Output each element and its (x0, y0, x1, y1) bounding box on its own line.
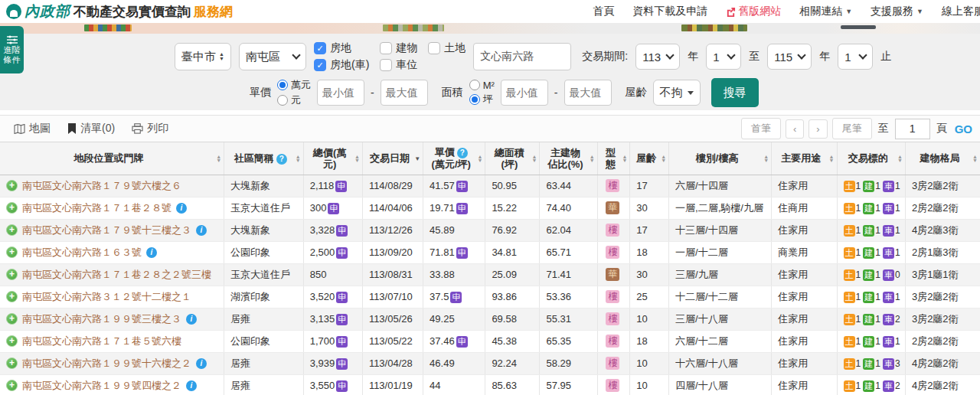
apply-badge[interactable]: 申 (335, 181, 347, 192)
radio-ping[interactable]: 坪 (469, 93, 495, 106)
year-from-select[interactable]: 113 (635, 44, 680, 70)
address-link[interactable]: 南屯區文心南六路１７９號六樓之６ (22, 179, 181, 193)
expand-row-icon[interactable]: + (6, 357, 18, 369)
apply-badge[interactable]: 申 (336, 292, 348, 303)
address-link[interactable]: 南屯區文心南六路１７１巷５號六樓 (22, 335, 181, 348)
column-header[interactable]: 單價? (萬元/坪) ▲▼ (423, 142, 485, 175)
info-icon[interactable]: i (146, 247, 157, 258)
column-header[interactable]: 主要用途? ▲▼ (772, 142, 837, 175)
expand-row-icon[interactable]: + (6, 180, 18, 191)
sort-icon[interactable]: ▲▼ (622, 155, 627, 162)
keyword-input[interactable] (473, 43, 571, 70)
nav-item-相關連結[interactable]: 相關連結 ▼ (799, 5, 852, 18)
expand-row-icon[interactable]: + (6, 380, 18, 391)
page-number-input[interactable] (895, 119, 930, 139)
radio-yuan[interactable]: 元 (277, 93, 311, 107)
expand-row-icon[interactable]: + (6, 224, 18, 236)
apply-badge[interactable]: 申 (456, 181, 468, 192)
sort-icon[interactable]: ▲▼ (829, 155, 835, 162)
expand-row-icon[interactable]: + (6, 313, 18, 325)
month-to-select[interactable]: 1 (838, 44, 873, 70)
radio-square-meter[interactable]: M² (469, 80, 495, 91)
apply-badge[interactable]: 申 (328, 203, 339, 214)
nav-item-首頁[interactable]: 首頁 ▼ (593, 5, 614, 18)
print-button[interactable]: 列印 (132, 122, 168, 135)
column-header[interactable]: 型態? ▲▼ (597, 142, 630, 175)
address-link[interactable]: 南屯區文心南六路１９９號三樓之３ (22, 312, 181, 326)
advanced-criteria-button[interactable]: 進階 條件 (0, 26, 24, 73)
sort-icon[interactable]: ▲▼ (590, 155, 595, 162)
column-header[interactable]: 樓別/樓高? ▲▼ (669, 142, 772, 175)
address-link[interactable]: 南屯區文心南六路１９９號十六樓之２ (22, 357, 191, 371)
expand-row-icon[interactable]: + (6, 202, 18, 214)
sort-icon[interactable]: ▲▼ (296, 155, 301, 162)
apply-badge[interactable]: 申 (456, 203, 468, 214)
next-page-button[interactable]: › (808, 119, 827, 139)
column-header[interactable]: 社區簡稱? ▲▼ (224, 142, 304, 175)
apply-badge[interactable]: 申 (336, 358, 348, 370)
sort-icon[interactable]: ▲▼ (972, 155, 978, 162)
search-button[interactable]: 搜尋 (711, 78, 759, 107)
sort-icon[interactable]: ▲▼ (532, 155, 537, 162)
house-age-select[interactable]: 不拘 (653, 80, 701, 106)
unit-price-min-input[interactable] (317, 80, 364, 106)
checkbox-option[interactable]: 建物 (380, 41, 417, 55)
expand-row-icon[interactable]: + (6, 291, 18, 302)
column-header[interactable]: 屋齡? ▲▼ (630, 142, 669, 175)
sort-icon[interactable]: ▲▼ (216, 155, 221, 162)
help-icon[interactable]: ? (457, 148, 468, 158)
apply-badge[interactable]: 申 (456, 336, 468, 348)
apply-badge[interactable]: 申 (336, 314, 348, 325)
last-page-button[interactable]: 尾筆 (832, 118, 872, 139)
info-icon[interactable]: i (196, 225, 207, 236)
nav-item-線上客服[interactable]: 線上客服 ▼ (942, 5, 980, 18)
expand-row-icon[interactable]: + (6, 335, 18, 347)
address-link[interactable]: 南屯區文心南六路１７１巷２８之２號三樓 (22, 268, 211, 282)
checkbox-option[interactable]: 車位 (380, 58, 417, 72)
sort-icon[interactable]: ▲▼ (354, 155, 360, 162)
address-link[interactable]: 南屯區文心南六路１６３號 (22, 246, 142, 260)
sort-icon[interactable]: ▲▼ (763, 155, 769, 162)
help-icon[interactable]: ? (276, 154, 287, 165)
apply-badge[interactable]: 申 (336, 225, 348, 237)
month-from-select[interactable]: 1 (706, 44, 741, 70)
column-header[interactable]: 總價(萬元)? ▲▼ (303, 142, 362, 175)
column-header[interactable]: 總面積? (坪) ▲▼ (485, 142, 540, 175)
city-select[interactable]: 臺中市 ▲▼ (175, 43, 231, 70)
area-max-input[interactable] (564, 80, 612, 106)
sort-icon[interactable]: ▼ (414, 156, 420, 160)
apply-badge[interactable]: 申 (336, 336, 348, 348)
sort-icon[interactable]: ▲▼ (897, 155, 903, 162)
checkbox-option[interactable]: ✓ 房地(車) (314, 58, 369, 72)
sort-icon[interactable]: ▲▼ (477, 155, 482, 162)
radio-wan-yuan[interactable]: 萬元 (277, 78, 311, 92)
column-header[interactable]: 地段位置或門牌? ▲▼ (0, 142, 224, 175)
address-link[interactable]: 南屯區文心南六路３１２號十二樓之１ (22, 290, 191, 304)
checkbox-option[interactable]: ✓ 房地 (314, 41, 369, 55)
sort-icon[interactable]: ▲▼ (661, 155, 666, 162)
list-view-button[interactable]: 清單(0) (67, 122, 115, 135)
prev-page-button[interactable]: ‹ (786, 119, 804, 139)
checkbox-option[interactable]: 土地 (428, 41, 466, 55)
expand-row-icon[interactable]: + (6, 269, 18, 280)
nav-item-資料下載及申請[interactable]: 資料下載及申請 ▼ (632, 5, 707, 18)
info-icon[interactable]: i (186, 380, 197, 391)
expand-row-icon[interactable]: + (6, 246, 18, 258)
nav-item-舊版網站[interactable]: 舊版網站 ▼ (726, 5, 781, 18)
column-header[interactable]: 建物格局? ▲▼ (905, 142, 980, 175)
address-link[interactable]: 南屯區文心南六路１７９號十三樓之３ (22, 224, 191, 237)
apply-badge[interactable]: 申 (336, 247, 348, 259)
apply-badge[interactable]: 申 (336, 380, 348, 392)
unit-price-max-input[interactable] (381, 80, 428, 106)
area-min-input[interactable] (501, 80, 548, 106)
year-to-select[interactable]: 115 (767, 44, 812, 70)
nav-item-支援服務[interactable]: 支援服務 ▼ (871, 5, 923, 18)
column-header[interactable]: 交易日期? ▼ (362, 142, 423, 175)
column-header[interactable]: 主建物? 佔比(%) ▲▼ (540, 142, 597, 175)
column-header[interactable]: 交易標的? ▲▼ (837, 142, 905, 175)
first-page-button[interactable]: 首筆 (741, 118, 781, 139)
district-select[interactable]: 南屯區 (239, 43, 306, 70)
address-link[interactable]: 南屯區文心南六路１７１巷２８號 (22, 201, 172, 215)
apply-badge[interactable]: 申 (456, 247, 468, 259)
apply-badge[interactable]: 申 (450, 292, 462, 303)
